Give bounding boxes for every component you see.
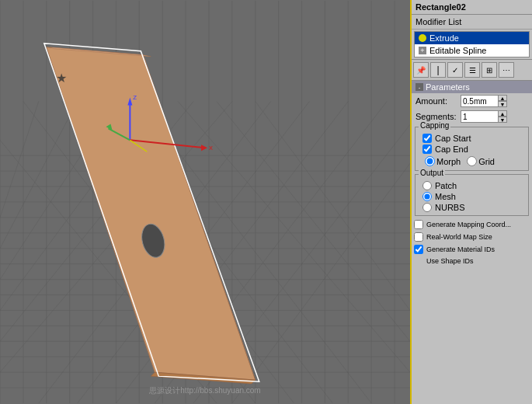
svg-text:z: z <box>133 92 137 101</box>
segments-input-wrapper[interactable]: ▲ ▼ <box>461 110 507 123</box>
patch-radio[interactable] <box>422 181 432 190</box>
segments-down[interactable]: ▼ <box>498 117 507 123</box>
svg-text:★: ★ <box>56 71 67 85</box>
modifier-item-extrude[interactable]: Extrude <box>415 32 529 44</box>
toolbar-row: 📌 | ✓ ☰ ⊞ ⋯ <box>412 59 532 81</box>
amount-row: Amount: ▲ ▼ <box>412 93 532 109</box>
mesh-radio[interactable] <box>422 192 432 201</box>
params-section: - Parameters Amount: ▲ ▼ Segments: ▲ ▼ <box>412 81 532 404</box>
svg-text:x: x <box>209 143 213 152</box>
toolbar-list-btn[interactable]: ☰ <box>464 62 480 78</box>
morph-radio[interactable] <box>425 156 435 166</box>
watermark: 思源设计http://bbs.shuyuan.com <box>149 385 260 396</box>
use-shape-label: Use Shape IDs <box>414 257 474 265</box>
gen-mapping-row: Generate Mapping Coord... <box>412 218 532 231</box>
segments-label: Segments: <box>416 112 458 121</box>
gen-material-checkbox[interactable] <box>414 245 423 254</box>
nurbs-label: NURBS <box>435 203 465 212</box>
cap-end-checkbox[interactable] <box>422 145 432 154</box>
right-panel: Rectangle02 Modifier List Extrude + Edit… <box>412 0 532 404</box>
cap-start-row: Cap Start <box>419 133 525 144</box>
toolbar-pin-btn[interactable]: 📌 <box>413 62 429 78</box>
gen-mapping-checkbox[interactable] <box>414 220 423 229</box>
capping-group: Capping Cap Start Cap End Morph <box>415 127 529 171</box>
grid-label: Grid <box>478 157 495 166</box>
real-world-row: Real-World Map Size <box>412 231 532 243</box>
params-header[interactable]: - Parameters <box>412 81 532 93</box>
cap-start-checkbox[interactable] <box>422 134 432 143</box>
amount-input[interactable] <box>463 97 498 106</box>
modifier-name-extrude: Extrude <box>429 33 459 43</box>
output-label: Output <box>419 169 445 177</box>
segments-up[interactable]: ▲ <box>498 110 507 117</box>
toolbar-extra-btn[interactable]: ⋯ <box>499 62 514 78</box>
toolbar-v-btn[interactable]: | <box>430 62 446 78</box>
plus-icon: + <box>419 47 426 54</box>
cap-start-label: Cap Start <box>435 134 471 143</box>
amount-up[interactable]: ▲ <box>498 95 507 101</box>
toolbar-check-btn[interactable]: ✓ <box>447 62 463 78</box>
capping-label: Capping <box>419 121 450 130</box>
segments-input[interactable] <box>463 113 498 121</box>
amount-input-wrapper[interactable]: ▲ ▼ <box>461 95 507 107</box>
nurbs-radio[interactable] <box>422 203 432 212</box>
modifier-item-editable-spline[interactable]: + Editable Spline <box>415 44 529 57</box>
morph-label: Morph <box>436 157 461 166</box>
panel-title: Rectangle02 <box>412 0 532 15</box>
params-label: Parameters <box>426 82 470 92</box>
toolbar-layers-btn[interactable]: ⊞ <box>482 62 497 78</box>
gen-mapping-label: Generate Mapping Coord... <box>426 221 511 229</box>
grid-radio[interactable] <box>467 156 477 166</box>
output-group: Output Patch Mesh NURBS <box>415 174 529 216</box>
amount-label: Amount: <box>416 96 458 106</box>
mesh-row: Mesh <box>419 191 525 202</box>
collapse-btn[interactable]: - <box>416 83 423 91</box>
segments-spinner[interactable]: ▲ ▼ <box>498 110 507 123</box>
real-world-checkbox[interactable] <box>414 232 423 242</box>
modifier-name-spline: Editable Spline <box>429 46 486 55</box>
use-shape-row: Use Shape IDs <box>412 256 532 266</box>
modifier-list: Extrude + Editable Spline <box>414 31 530 57</box>
patch-row: Patch <box>419 180 525 191</box>
gen-material-label: Generate Material IDs <box>426 246 495 253</box>
amount-spinner[interactable]: ▲ ▼ <box>498 95 507 107</box>
real-world-label: Real-World Map Size <box>426 233 492 241</box>
mesh-label: Mesh <box>435 192 456 201</box>
gen-material-row: Generate Material IDs <box>412 243 532 256</box>
cap-end-row: Cap End <box>419 144 525 155</box>
amount-down[interactable]: ▼ <box>498 101 507 107</box>
cap-end-label: Cap End <box>435 145 468 154</box>
morph-grid-row: Morph Grid <box>419 155 525 168</box>
nurbs-row: NURBS <box>419 202 525 213</box>
bulb-icon <box>419 34 426 42</box>
modifier-list-label: Modifier List <box>412 15 532 30</box>
patch-label: Patch <box>435 181 457 190</box>
viewport[interactable]: ★ z x 思源设计http://bbs.shuyuan.com <box>0 0 412 404</box>
